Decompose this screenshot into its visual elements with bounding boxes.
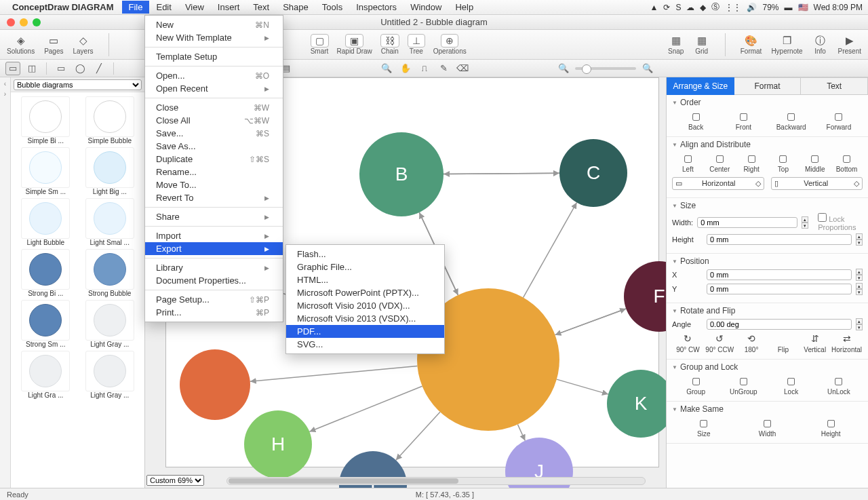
library-shape[interactable]: Simple Bubble [79, 96, 141, 145]
angle-input[interactable] [707, 319, 852, 330]
file-menu-rename-[interactable]: Rename... [145, 166, 283, 178]
file-menu-document-properties-[interactable]: Document Properties... [145, 274, 283, 287]
section-group[interactable]: Group and Lock [672, 362, 863, 372]
library-shape[interactable]: Strong Sm ... [15, 300, 77, 348]
battery-percent[interactable]: 79% [762, 3, 778, 12]
ribbon-operations[interactable]: ⊕Operations [433, 34, 467, 55]
library-category-select[interactable]: Bubble diagrams [14, 79, 142, 90]
group-lock[interactable]: ▢Lock [768, 374, 815, 396]
height-input[interactable] [707, 234, 852, 245]
group-group[interactable]: ▢Group [672, 374, 719, 396]
file-menu-page-setup-[interactable]: Page Setup...⇧⌘P [145, 293, 283, 306]
export-microsoft-powerpoint-pptx-[interactable]: Microsoft PowerPoint (PPTX)... [286, 286, 444, 299]
library-shape[interactable]: Light Smal ... [79, 198, 141, 246]
menu-edit[interactable]: Edit [149, 1, 178, 14]
library-shape[interactable]: Simple Sm ... [15, 147, 77, 195]
menu-view[interactable]: View [178, 1, 211, 14]
battery-icon[interactable]: ▬ [785, 3, 793, 12]
menu-inspectors[interactable]: Inspectors [349, 1, 403, 14]
menu-text[interactable]: Text [246, 1, 276, 14]
order-front[interactable]: ▢Front [719, 110, 767, 131]
ribbon-layers[interactable]: ◇Layers [73, 34, 94, 55]
section-align[interactable]: Align and Distribute [672, 140, 863, 149]
distribute-vertical[interactable]: ▯ Vertical◇ [771, 177, 863, 190]
group-unlock[interactable]: ▢UnLock [815, 374, 863, 396]
pointer-tool[interactable]: ▭ [5, 62, 20, 75]
order-backward[interactable]: ▢Backward [768, 110, 815, 131]
bubble-H[interactable]: H [244, 410, 312, 478]
file-menu-print-[interactable]: Print...⌘P [145, 306, 283, 319]
stamp-tool[interactable]: ⎍ [417, 62, 432, 75]
ribbon-chain[interactable]: ⛓Chain [380, 34, 399, 55]
x-input[interactable] [707, 269, 852, 280]
rotate-180[interactable]: ⟲180° [736, 332, 768, 353]
zoom-in-icon[interactable]: 🔍 [640, 62, 655, 75]
file-menu-library[interactable]: Library [145, 261, 283, 274]
library-shape[interactable]: Light Bubble [15, 198, 77, 246]
file-menu-save-as-[interactable]: Save As... [145, 140, 283, 153]
rotate-90cw[interactable]: ↻90° CW [672, 332, 704, 353]
file-menu-duplicate[interactable]: Duplicate⇧⌘S [145, 153, 283, 166]
align-center[interactable]: ▢Center [704, 152, 736, 173]
align-middle[interactable]: ▢Middle [799, 152, 831, 173]
rotate-90ccw[interactable]: ↺90° CCW [704, 332, 736, 353]
flag-icon[interactable]: 🇺🇸 [798, 3, 808, 12]
zoom-tool[interactable]: 🔍 [379, 62, 394, 75]
ribbon-info[interactable]: ⓘInfo [812, 34, 829, 55]
align-bottom[interactable]: ▢Bottom [831, 152, 863, 173]
ribbon-snap[interactable]: ▦Snap [668, 34, 684, 55]
status-icon[interactable]: S [675, 3, 681, 12]
file-menu-open-recent[interactable]: Open Recent [145, 82, 283, 95]
volume-icon[interactable]: 🔊 [747, 3, 757, 12]
export-flash-[interactable]: Flash... [286, 248, 444, 261]
zoom-window-button[interactable] [33, 18, 41, 26]
bubble-K[interactable]: K [607, 370, 666, 438]
export-microsoft-visio-vdx-[interactable]: Microsoft Visio 2010 (VDX)... [286, 299, 444, 312]
zoom-slider[interactable] [575, 67, 636, 70]
section-position[interactable]: Position [672, 256, 863, 266]
file-menu-move-to-[interactable]: Move To... [145, 178, 283, 191]
align-top[interactable]: ▢Top [767, 152, 799, 173]
status-icon[interactable]: ◆ [700, 3, 706, 12]
align-left[interactable]: ▢Left [672, 152, 704, 173]
bubble-F[interactable]: F [624, 261, 666, 332]
menu-file[interactable]: File [122, 1, 150, 14]
minimize-window-button[interactable] [20, 18, 28, 26]
menu-insert[interactable]: Insert [211, 1, 247, 14]
ribbon-tree[interactable]: ⊥Tree [408, 34, 425, 55]
file-menu-open-[interactable]: Open...⌘O [145, 69, 283, 82]
file-menu-new-with-template[interactable]: New With Template [145, 31, 283, 44]
zoom-out-icon[interactable]: 🔍 [556, 62, 571, 75]
export-svg-[interactable]: SVG... [286, 338, 444, 351]
width-input[interactable] [697, 217, 797, 228]
library-shape[interactable]: Light Gray ... [79, 300, 141, 348]
align-right[interactable]: ▢Right [736, 152, 768, 173]
section-size[interactable]: Size [672, 201, 863, 210]
menu-tools[interactable]: Tools [315, 1, 349, 14]
ribbon-solutions[interactable]: ◈Solutions [7, 34, 35, 55]
group-ungroup[interactable]: ▢UnGroup [719, 374, 767, 396]
menu-help[interactable]: Help [448, 1, 480, 14]
eyedropper-tool[interactable]: ✎ [436, 62, 451, 75]
export-graphic-file-[interactable]: Graphic File... [286, 261, 444, 273]
cloud-icon[interactable]: ☁ [686, 3, 694, 12]
file-menu-template-setup[interactable]: Template Setup [145, 50, 283, 63]
ellipse-tool[interactable]: ◯ [73, 62, 87, 75]
ribbon-format[interactable]: 🎨Format [741, 34, 762, 55]
ribbon-grid[interactable]: ▦Grid [694, 34, 710, 55]
eraser-tool[interactable]: ⌫ [455, 62, 470, 75]
ribbon-hypernote[interactable]: ❐Hypernote [771, 34, 802, 55]
nav-prev[interactable]: ‹ [4, 80, 6, 88]
export-html-[interactable]: HTML... [286, 273, 444, 286]
close-window-button[interactable] [7, 18, 15, 26]
section-makesame[interactable]: Make Same [672, 404, 863, 414]
export-microsoft-visio-vsdx-[interactable]: Microsoft Visio 2013 (VSDX)... [286, 312, 444, 325]
library-shape[interactable]: Light Gray ... [79, 351, 141, 399]
inspector-tab-format[interactable]: Format [734, 77, 802, 95]
file-menu-save-[interactable]: Save...⌘S [145, 127, 283, 140]
ribbon-rapid-draw[interactable]: ▣Rapid Draw [337, 34, 372, 55]
rect-tool[interactable]: ▭ [54, 62, 68, 75]
library-shape[interactable]: Strong Bi ... [15, 249, 77, 297]
hand-tool[interactable]: ✋ [398, 62, 413, 75]
makesame-size[interactable]: ▢Size [672, 417, 736, 438]
